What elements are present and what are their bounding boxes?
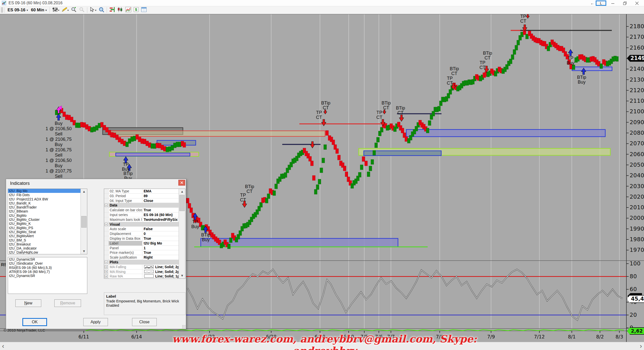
scroll-left-icon[interactable]: ‹: [2, 342, 4, 350]
available-indicator-item[interactable]: t2U Project221 ADX BW: [8, 197, 87, 201]
property-row-label[interactable]: Labelt2U Big Mo: [104, 241, 179, 246]
apply-button[interactable]: Apply: [83, 318, 108, 326]
collapse-icon[interactable]: −: [105, 223, 108, 226]
close-dialog-button[interactable]: Close: [132, 318, 157, 326]
available-list-scrollbar[interactable]: ▲▼: [80, 189, 87, 254]
property-section-visual[interactable]: −Visual: [104, 222, 179, 227]
available-indicator-item[interactable]: t2U_BanditTrader: [8, 205, 87, 209]
zoom-out-button[interactable]: [78, 6, 86, 14]
restore-button[interactable]: [619, 0, 630, 6]
close-button[interactable]: [631, 0, 642, 6]
available-indicator-item[interactable]: t2U_BigMo_Strat: [8, 230, 87, 234]
price-axis-tick: 2090,00: [630, 119, 644, 125]
chevron-down-icon: ▾: [46, 9, 47, 12]
available-indicator-item[interactable]: t2U Fib Dots: [8, 193, 87, 197]
available-indicator-item[interactable]: t2U_BigMo_K: [8, 222, 87, 226]
dialog-resize-grip[interactable]: [182, 325, 185, 328]
property-row-ma-falling[interactable]: +MA FallingLine; Solid; 2px: [104, 265, 179, 269]
property-row-03-period[interactable]: 03. Period89: [104, 194, 179, 198]
drawing-tools-button[interactable]: ▾: [60, 6, 70, 14]
chevron-down-icon: ▾: [95, 9, 96, 12]
available-indicator-item[interactable]: t2U_DA_indicator: [8, 246, 87, 250]
scroll-thumb[interactable]: [81, 216, 87, 228]
property-row-display-in-data-box[interactable]: Display in Data BoxTrue: [104, 236, 179, 241]
configured-indicator-item[interactable]: t2U_DynamicSR: [8, 257, 87, 261]
toolbar-grip[interactable]: [1, 7, 3, 13]
available-indicator-item[interactable]: t2U_BigMo_Cluster: [8, 218, 87, 222]
configured-indicators-list[interactable]: t2U_DynamicSRt2U_ISindicator_OverRSI(ES …: [8, 257, 87, 294]
collapse-icon[interactable]: −: [105, 261, 108, 264]
available-indicator-item[interactable]: t2U_BigMo_PS: [8, 226, 87, 230]
signal-label-tp-ct: TP CT: [240, 193, 246, 202]
cursor-button[interactable]: ▾: [89, 6, 97, 14]
available-indicator-item[interactable]: t2U_Breakout: [8, 242, 87, 246]
configured-indicator-item[interactable]: ATR(ES 09-16 (60 Min),7): [8, 270, 87, 274]
price-axis-tick: 2170,00: [630, 34, 644, 40]
instrument-link-button[interactable]: L: [596, 1, 606, 6]
configured-indicator-item[interactable]: t2U_DynamicSR: [8, 274, 87, 278]
configured-indicator-item[interactable]: RSI(ES 09-16 (60 Min),5,3): [8, 266, 87, 270]
last-price-marker: 2149,75: [627, 55, 644, 62]
signal-label-btip-ct: BTip CT: [245, 184, 254, 194]
interval-selector-label: 60 Min: [31, 8, 44, 13]
chart-style-button[interactable]: [116, 6, 124, 14]
zoom-in-icon: [71, 7, 77, 13]
scroll-down-icon[interactable]: ▼: [179, 273, 185, 278]
property-row-maximum-bars-look-l[interactable]: Maximum bars look lTwoHundredFiftySix: [104, 217, 179, 222]
available-indicator-item[interactable]: t2U_Bandit_K: [8, 201, 87, 205]
available-indicator-item[interactable]: t2U_BBeam: [8, 209, 87, 213]
available-indicator-item[interactable]: t2U Big Mo: [8, 189, 87, 193]
property-row-calculate-on-bar-clos[interactable]: Calculate on bar closTrue: [104, 208, 179, 213]
scroll-thumb[interactable]: [179, 195, 185, 211]
property-row-scale-justification[interactable]: Scale justificationRight: [104, 255, 179, 260]
zoom-window-button[interactable]: [97, 6, 105, 14]
price-axis-tick: 2100,00: [630, 108, 644, 115]
minimize-button[interactable]: [607, 0, 618, 6]
property-row-02-ma-type[interactable]: 02. MA TypeEMA: [104, 189, 179, 194]
dialog-close-button[interactable]: [178, 180, 185, 186]
indicators-icon: [52, 7, 58, 13]
scroll-up-icon[interactable]: ▲: [81, 189, 87, 194]
scroll-right-icon[interactable]: ›: [640, 342, 642, 350]
available-indicator-item[interactable]: t2U_BigMo: [8, 214, 87, 218]
property-row-panel[interactable]: Panel1: [104, 246, 179, 251]
property-section-plots[interactable]: −Plots: [104, 260, 179, 265]
interval-selector[interactable]: 60 Min▾: [29, 7, 48, 13]
collapse-icon[interactable]: −: [105, 204, 108, 207]
bar-markers-button[interactable]: [108, 6, 116, 14]
available-indicator-item[interactable]: t2U_DailyHighLow: [8, 250, 87, 254]
available-indicator-item[interactable]: t2U_BM_S: [8, 238, 87, 242]
zoom-in-button[interactable]: [70, 6, 78, 14]
properties-scrollbar[interactable]: ▲ ▼: [179, 189, 185, 278]
expand-icon[interactable]: +: [105, 275, 108, 278]
property-row-ma-rising[interactable]: +MA RisingLine; Solid; 2px: [104, 269, 179, 274]
property-row-displacement[interactable]: Displacement0: [104, 231, 179, 236]
cursor-icon: [90, 7, 95, 13]
signal-label-tp-buy: TP Buy: [122, 162, 130, 172]
scroll-down-icon[interactable]: ▼: [81, 249, 87, 254]
ok-button[interactable]: OK: [22, 318, 47, 326]
price-axis-tick: 2080,00: [630, 130, 644, 136]
available-indicators-list[interactable]: t2U Big Mot2U Fib Dotst2U Project221 ADX…: [8, 189, 87, 254]
new-button[interactable]: New: [15, 299, 41, 307]
configured-indicator-item[interactable]: t2U_ISindicator_Over: [8, 261, 87, 265]
property-section-data[interactable]: −Data: [104, 203, 179, 208]
expand-icon[interactable]: +: [105, 265, 108, 268]
property-row-auto-scale[interactable]: Auto scaleFalse: [104, 227, 179, 231]
expand-icon[interactable]: +: [105, 270, 108, 273]
data-box-button[interactable]: [140, 6, 148, 14]
horizontal-scrollbar[interactable]: ‹ ›: [0, 342, 644, 350]
trade-button[interactable]: $: [132, 6, 140, 14]
indicators-button[interactable]: ▾: [51, 6, 60, 14]
property-row-raw-ma[interactable]: +Raw MALine; Solid; 1px: [104, 274, 179, 278]
scroll-up-icon[interactable]: ▲: [179, 189, 185, 194]
instrument-selector[interactable]: ES 09-16▾: [6, 7, 29, 13]
remove-button[interactable]: Remove: [54, 299, 81, 307]
available-indicator-item[interactable]: t2U_BigMoAlert: [8, 234, 87, 238]
chart-type-button[interactable]: [124, 6, 132, 14]
property-row-input-series[interactable]: Input seriesES 09-16 (60 Min): [104, 213, 179, 217]
property-row-price-marker-s-[interactable]: Price marker(s)True: [104, 250, 179, 255]
dialog-titlebar[interactable]: Indicators: [6, 179, 186, 187]
chevron-down-icon: ▾: [58, 9, 59, 12]
property-row-04-input-type[interactable]: 04. Input TypeClose: [104, 198, 179, 203]
